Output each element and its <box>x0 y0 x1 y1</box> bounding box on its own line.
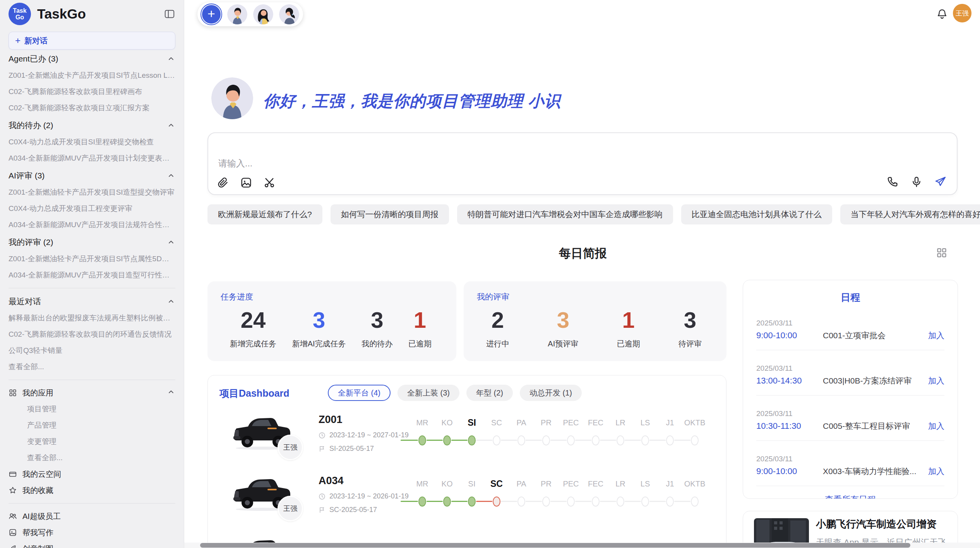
clock-icon <box>319 493 326 500</box>
mic-icon[interactable] <box>910 176 923 188</box>
sidebar-task-item[interactable]: A034-全新新能源MUV产品开发项目法规符合性评审 <box>9 217 175 233</box>
layout-grid-icon[interactable] <box>936 247 947 259</box>
milestone-node: PR <box>534 466 559 507</box>
milestone-dot <box>592 497 600 507</box>
suggestion-chip[interactable]: 比亚迪全固态电池计划具体说了什么 <box>681 204 832 224</box>
agent-avatar-1[interactable] <box>227 4 247 24</box>
chat-input[interactable] <box>218 158 682 169</box>
phone-icon[interactable] <box>886 176 899 188</box>
view-all-chats-link[interactable]: 查看全部... <box>9 359 175 375</box>
event-name: C001-立项审批会 <box>823 330 928 341</box>
sidebar-favorites[interactable]: 我的收藏 <box>9 482 175 498</box>
suggestion-chip[interactable]: 如何写一份清晰的项目周报 <box>331 204 449 224</box>
chevron-up-icon[interactable] <box>167 55 175 63</box>
agent-avatar-3[interactable] <box>279 4 299 24</box>
app-window: Task Go TaskGo 新对话 Agent已办 (3)Z001-全新燃油皮… <box>0 0 980 548</box>
stat-value: 3 <box>548 308 578 332</box>
sidebar-task-item[interactable]: Z001-全新燃油皮卡产品开发项目SI节点Lesson Learn报告 <box>9 67 175 84</box>
notification-bell-icon[interactable] <box>936 8 948 20</box>
daily-brief-title: 每日简报 <box>207 245 958 262</box>
sidebar-section-header[interactable]: Agent已办 (3) <box>9 50 175 67</box>
stat: 3待评审 <box>678 308 702 349</box>
attach-icon[interactable] <box>217 176 229 189</box>
view-all-schedule-link[interactable]: 查看所有日程 <box>743 494 958 499</box>
sidebar-tool-drawing[interactable]: 创意制图 <box>9 541 175 548</box>
recent-chat-item[interactable]: 解释最新出台的欧盟报废车法规再生塑料比例被调至15%... <box>9 310 175 326</box>
project-info: A0342023-12-19 ~ 2026-01-19SC-2025-05-17 <box>319 475 409 514</box>
horizontal-scrollbar-thumb[interactable] <box>200 543 910 548</box>
chevron-up-icon[interactable] <box>167 121 175 130</box>
join-link[interactable]: 加入 <box>928 466 944 477</box>
sidebar-section-header[interactable]: 最近对话 <box>9 293 175 310</box>
milestone-label: PEC <box>559 417 583 428</box>
dashboard-tab[interactable]: 全新平台 (4) <box>328 385 391 401</box>
chevron-up-icon[interactable] <box>167 388 175 398</box>
chevron-up-icon[interactable] <box>167 238 175 247</box>
sidebar-task-item[interactable]: C0X4-动力总成开发项目工程变更评审 <box>9 200 175 217</box>
collapse-sidebar-icon[interactable] <box>164 8 175 20</box>
sidebar-cloud-space[interactable]: 我的云空间 <box>9 466 175 482</box>
project-code[interactable]: A034 <box>319 475 409 487</box>
milestone-label: KO <box>435 417 459 428</box>
sidebar-my-apps[interactable]: 我的应用 <box>9 385 175 401</box>
sidebar-task-item[interactable]: Z001-全新燃油轻卡产品开发项目SI造型提交物评审 <box>9 184 175 200</box>
dashboard-tab[interactable]: 全新上装 (3) <box>397 385 459 401</box>
dashboard-tab[interactable]: 年型 (2) <box>466 385 513 401</box>
event-time: 10:30-11:30 <box>756 421 823 431</box>
recent-chat-item[interactable]: C02-飞腾新能源轻客改款项目的闭环通告反馈情况 <box>9 326 175 342</box>
sidebar-section-header[interactable]: 我的待办 (2) <box>9 117 175 134</box>
chevron-up-icon[interactable] <box>167 297 175 306</box>
sidebar-task-item[interactable]: C02-飞腾新能源轻客改款项目里程碑画布 <box>9 84 175 100</box>
sidebar-section-header[interactable]: 我的评审 (2) <box>9 234 175 251</box>
project-row: 王强Z0012023-12-19 ~ 2027-01-19SI-2025-05-… <box>208 405 726 464</box>
join-link[interactable]: 加入 <box>928 421 944 432</box>
milestone-label: J1 <box>658 417 682 428</box>
project-code[interactable]: Z001 <box>319 414 409 426</box>
milestone-node: KO <box>435 466 459 507</box>
sidebar-body: Agent已办 (3)Z001-全新燃油皮卡产品开发项目SI节点Lesson L… <box>9 50 175 548</box>
join-link[interactable]: 加入 <box>928 375 944 386</box>
sidebar-tool-writing[interactable]: 帮我写作 <box>9 524 175 541</box>
sidebar-section-label: 我的待办 (2) <box>9 120 53 131</box>
app-item[interactable]: 变更管理 <box>9 433 175 450</box>
sidebar-task-item[interactable]: Z001-全新燃油轻卡产品开发项目SI节点属性5D文件评审 <box>9 251 175 267</box>
milestone-label: SI <box>459 478 484 490</box>
suggestion-chip[interactable]: 当下年轻人对汽车外观有怎样的喜好趋势 <box>840 204 980 224</box>
send-icon[interactable] <box>934 176 947 188</box>
sidebar-task-item[interactable]: A034-全新新能源MUV产品开发项目造型可行性评审 <box>9 267 175 283</box>
sidebar-task-item[interactable]: C02-飞腾新能源轻客改款项目立项汇报方案 <box>9 100 175 116</box>
stat-row: 24新增完成任务3新增AI完成任务3我的待办1已逾期 <box>221 308 441 349</box>
suggestion-chip[interactable]: 特朗普可能对进口汽车增税会对中国车企造成哪些影响 <box>457 204 673 224</box>
milestone-label: PA <box>509 417 534 428</box>
app-item[interactable]: 项目管理 <box>9 401 175 417</box>
view-all-apps-link[interactable]: 查看全部... <box>9 450 175 466</box>
screenshot-scissors-icon[interactable] <box>263 176 276 189</box>
sidebar-tool-ai-staff[interactable]: AI超级员工 <box>9 508 175 524</box>
milestone-label: PEC <box>559 478 583 490</box>
flag-icon <box>319 507 326 514</box>
sidebar-section-header[interactable]: AI评审 (3) <box>9 167 175 184</box>
milestone-label: OKTB <box>682 478 707 490</box>
agent-avatar-2[interactable] <box>253 4 273 24</box>
milestone-track: MRKOSISCPAPRPECFECLRLSJ1OKTB <box>410 466 720 525</box>
image-icon[interactable] <box>240 176 252 189</box>
join-link[interactable]: 加入 <box>928 330 944 341</box>
milestone-track: MRKOSISCPAPRPECFECLRLSJ1OKTB <box>410 405 720 464</box>
new-chat-button[interactable]: 新对话 <box>9 32 175 50</box>
stat-label: 新增完成任务 <box>230 339 276 349</box>
new-session-button[interactable] <box>201 4 221 24</box>
sidebar-task-item[interactable]: A034-全新新能源MUV产品开发项目计划变更表编写 <box>9 150 175 166</box>
app-item[interactable]: 产品管理 <box>9 417 175 433</box>
suggestion-chip[interactable]: 欧洲新规最近颁布了什么? <box>207 204 322 224</box>
divider <box>9 503 175 503</box>
dashboard-tab[interactable]: 动总开发 (1) <box>520 385 582 401</box>
recent-chat-item[interactable]: 公司Q3轻卡销量 <box>9 342 175 359</box>
clock-icon <box>319 432 326 439</box>
chevron-up-icon[interactable] <box>167 171 175 180</box>
sidebar-apps-section: 我的应用项目管理产品管理变更管理查看全部... <box>9 385 175 466</box>
user-avatar[interactable]: 王强 <box>953 4 971 22</box>
schedule-event: 2025/03/119:00-10:00X003-车辆动力学性能验...加入 <box>743 455 958 486</box>
stat: 1已逾期 <box>408 308 432 349</box>
event-name: X003-车辆动力学性能验... <box>823 466 928 477</box>
sidebar-task-item[interactable]: C0X4-动力总成开发项目SI里程碑提交物检查 <box>9 134 175 150</box>
